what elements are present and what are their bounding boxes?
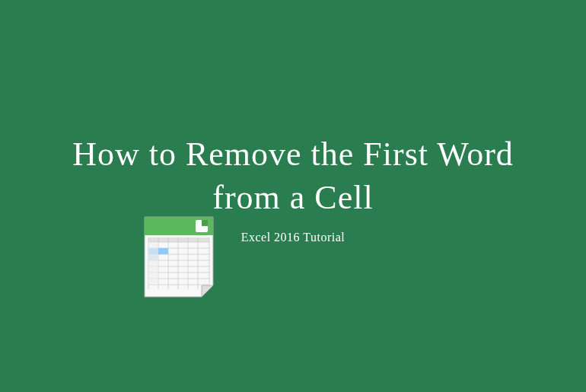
svg-rect-21 (148, 242, 158, 285)
svg-rect-2 (202, 220, 208, 226)
page-subtitle: Excel 2016 Tutorial (241, 231, 346, 244)
svg-rect-3 (148, 237, 209, 242)
spreadsheet-icon-wrapper (141, 213, 217, 301)
spreadsheet-icon (141, 213, 217, 301)
page-title: How to Remove the First Word from a Cell (0, 132, 586, 219)
